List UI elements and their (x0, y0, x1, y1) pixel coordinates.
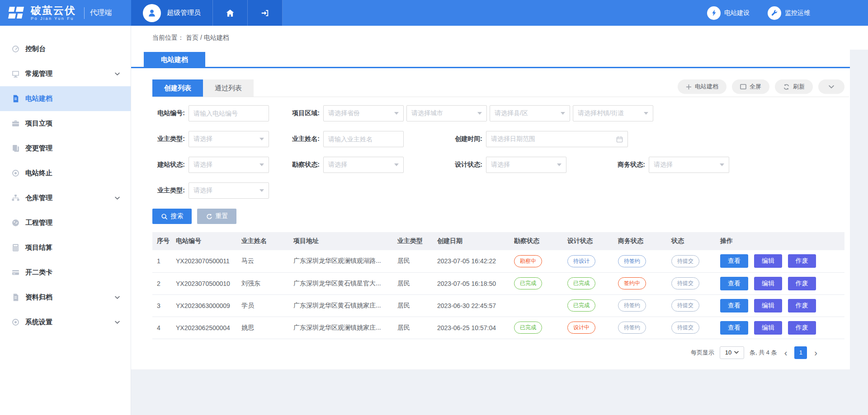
fullscreen-icon (740, 84, 746, 90)
status-badge: 已完成 (567, 299, 595, 312)
col-index: 序号 (152, 232, 171, 250)
table-row: 2 YX2023070500010 刘强东 广东深圳龙华区黄石镇星官大... 居… (152, 272, 844, 294)
sidebar-item-change-mgmt[interactable]: 变更管理 (0, 136, 131, 161)
reset-button[interactable]: 重置 (197, 209, 236, 224)
user-name: 超级管理员 (167, 9, 201, 17)
logo-icon (7, 6, 26, 20)
sidebar: 控制台 常规管理 电站建档 项目立项 变更管理 电站终止 仓库管理 (0, 26, 131, 415)
chevron-down-icon (115, 321, 120, 324)
col-address: 项目地址 (289, 232, 393, 250)
owner-type-select[interactable]: 请选择 (189, 131, 269, 147)
per-page-select[interactable]: 10 (720, 346, 744, 359)
sidebar-item-label: 项目结算 (25, 243, 52, 252)
business-status-label: 商务状态: (613, 161, 645, 169)
home-button[interactable] (213, 0, 248, 26)
province-select[interactable]: 请选择省份 (323, 105, 404, 121)
owner-type2-select[interactable]: 请选择 (189, 182, 269, 199)
add-station-button[interactable]: 电站建档 (678, 79, 726, 94)
station-no-input[interactable] (193, 110, 264, 117)
sidebar-item-station-terminate[interactable]: 电站终止 (0, 161, 131, 186)
caret-down-icon (644, 112, 648, 115)
sidebar-item-system-settings[interactable]: 系统设置 (0, 310, 131, 335)
owner-name-input[interactable] (328, 135, 399, 143)
sidebar-item-project-approval[interactable]: 项目立项 (0, 111, 131, 136)
sidebar-item-warehouse-mgmt[interactable]: 仓库管理 (0, 186, 131, 210)
plus-icon (686, 84, 692, 90)
next-page-button[interactable]: › (812, 348, 819, 357)
design-status-select[interactable]: 请选择 (486, 157, 566, 173)
sidebar-item-label: 常规管理 (25, 70, 52, 78)
search-button[interactable]: 搜索 (152, 209, 192, 224)
page-tab-bar: 电站建档 (131, 52, 850, 68)
wrench-icon (768, 6, 781, 20)
status-badge: 已完成 (514, 322, 542, 334)
table-row: 1 YX2023070500011 马云 广东深圳龙华区观澜镇观湖路... 居民… (152, 250, 844, 272)
breadcrumb-path[interactable]: 首页 / 电站建档 (186, 34, 229, 42)
status-badge: 已完成 (567, 277, 595, 289)
refresh-button[interactable]: 刷新 (775, 79, 813, 94)
sitemap-icon (11, 194, 20, 203)
view-button[interactable]: 查看 (720, 277, 748, 290)
design-status-label: 设计状态: (450, 161, 482, 169)
quick-link-label: 电站建设 (724, 9, 750, 17)
edit-button[interactable]: 编辑 (754, 299, 782, 312)
caret-down-icon (720, 163, 724, 166)
station-no-label: 电站编号: (152, 109, 185, 117)
city-select[interactable]: 请选择城市 (406, 105, 487, 121)
sidebar-item-class2-card[interactable]: 开二类卡 (0, 260, 131, 285)
edit-button[interactable]: 编辑 (754, 321, 782, 335)
logout-icon (260, 9, 269, 18)
edit-button[interactable]: 编辑 (754, 277, 782, 290)
logout-button[interactable] (248, 0, 283, 26)
more-button[interactable] (818, 79, 844, 94)
void-button[interactable]: 作废 (788, 299, 816, 312)
per-page-label: 每页显示 (691, 349, 714, 357)
col-design-status: 设计状态 (563, 232, 613, 250)
home-icon (226, 9, 235, 18)
reset-icon (206, 213, 212, 220)
header-quick-links: 电站建设 监控运维 (707, 0, 868, 26)
void-button[interactable]: 作废 (788, 254, 816, 268)
user-menu[interactable]: 超级管理员 (131, 0, 213, 26)
view-button[interactable]: 查看 (720, 299, 748, 312)
sidebar-item-data-archive[interactable]: 资料归档 (0, 285, 131, 310)
owner-type-label: 业主类型: (152, 135, 185, 143)
county-select[interactable]: 请选择县/区 (490, 105, 570, 121)
page-number-1[interactable]: 1 (794, 346, 807, 359)
page-tab-station-archive[interactable]: 电站建档 (144, 52, 205, 67)
sidebar-item-label: 系统设置 (25, 318, 52, 326)
refresh-icon (783, 84, 790, 90)
caret-down-icon (557, 163, 561, 166)
status-badge: 待签约 (618, 299, 646, 312)
void-button[interactable]: 作废 (788, 321, 816, 335)
tab-create-list[interactable]: 创建列表 (152, 79, 203, 97)
main-panel: 创建列表 通过列表 电站建档 全屏 刷新 (131, 79, 850, 369)
chevron-down-icon (115, 196, 120, 200)
total-count-label: 条, 共 4 条 (750, 349, 777, 357)
sidebar-item-station-archive[interactable]: 电站建档 (0, 86, 131, 111)
sidebar-item-engineering-mgmt[interactable]: 工程管理 (0, 210, 131, 235)
fullscreen-button[interactable]: 全屏 (732, 79, 769, 94)
col-business-status: 商务状态 (613, 232, 667, 250)
create-time-input[interactable]: 请选择日期范围 (486, 131, 628, 147)
survey-status-select[interactable]: 请选择 (323, 157, 404, 173)
calendar-icon (616, 136, 623, 143)
link-monitor-ops[interactable]: 监控运维 (768, 6, 810, 20)
view-button[interactable]: 查看 (720, 254, 748, 268)
sidebar-item-project-settlement[interactable]: 项目结算 (0, 235, 131, 260)
link-station-build[interactable]: 电站建设 (707, 6, 750, 20)
logo: 破茧云伏 Po Jian Yun Fu 代理端 (0, 0, 131, 26)
void-button[interactable]: 作废 (788, 277, 816, 290)
business-status-select[interactable]: 请选择 (649, 157, 729, 173)
caret-down-icon (394, 112, 399, 115)
col-actions: 操作 (716, 232, 844, 250)
sidebar-item-general-mgmt[interactable]: 常规管理 (0, 61, 131, 86)
prev-page-button[interactable]: ‹ (783, 348, 789, 357)
edit-button[interactable]: 编辑 (754, 254, 782, 268)
view-button[interactable]: 查看 (720, 321, 748, 335)
tab-passed-list[interactable]: 通过列表 (203, 79, 254, 97)
breadcrumb-label: 当前位置： (152, 34, 184, 42)
sidebar-item-console[interactable]: 控制台 (0, 37, 131, 61)
town-select[interactable]: 请选择村镇/街道 (573, 105, 653, 121)
build-status-select[interactable]: 请选择 (189, 157, 269, 173)
